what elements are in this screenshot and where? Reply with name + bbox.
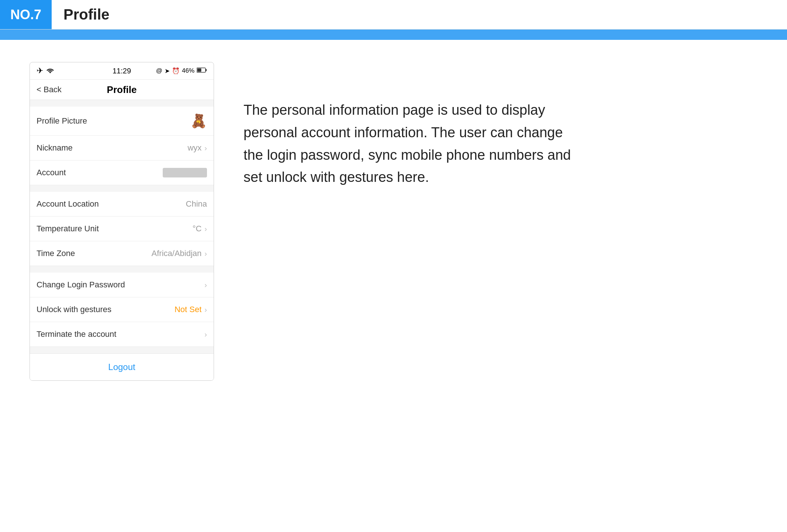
status-right: @ ➤ ⏰ 46% <box>156 67 207 75</box>
page-title: Profile <box>52 6 109 23</box>
section-divider-1 <box>30 100 214 107</box>
list-item[interactable]: Account 8xxxxxxxxx <box>30 160 214 185</box>
account-value: 8xxxxxxxxx <box>163 168 207 177</box>
chevron-right-icon: › <box>204 330 207 339</box>
battery-icon <box>197 67 207 75</box>
phone-mockup: ✈ 11:29 @ ➤ ⏰ 46% < Back Profile <box>30 62 214 381</box>
unlock-gestures-label: Unlock with gestures <box>37 305 111 314</box>
terminate-account-label: Terminate the account <box>37 329 116 339</box>
change-password-label: Change Login Password <box>37 280 125 290</box>
page-header: NO.7 Profile <box>0 0 787 30</box>
account-location-value: China <box>186 199 207 209</box>
list-item[interactable]: Terminate the account › <box>30 322 214 347</box>
chevron-right-icon: › <box>204 305 207 314</box>
temperature-unit-label: Temperature Unit <box>37 224 99 234</box>
list-item[interactable]: Profile Picture 🧸 <box>30 107 214 136</box>
badge: NO.7 <box>0 0 52 29</box>
section-divider-3 <box>30 266 214 273</box>
chevron-right-icon: › <box>204 225 207 233</box>
svg-rect-1 <box>206 69 207 71</box>
chevron-right-icon: › <box>204 281 207 289</box>
chevron-right-icon: › <box>204 249 207 258</box>
account-location-label: Account Location <box>37 199 99 209</box>
back-button[interactable]: < Back <box>37 85 62 94</box>
unlock-gestures-value: Not Set › <box>175 305 207 314</box>
wifi-icon <box>46 66 54 76</box>
nav-title: Profile <box>107 84 137 96</box>
list-item[interactable]: Unlock with gestures Not Set › <box>30 297 214 322</box>
logout-button[interactable]: Logout <box>30 353 214 380</box>
change-password-chevron: › <box>204 281 207 289</box>
battery-pct: 46% <box>182 67 194 75</box>
airplane-icon: ✈ <box>37 66 43 76</box>
status-bar: ✈ 11:29 @ ➤ ⏰ 46% <box>30 62 214 80</box>
list-item[interactable]: Temperature Unit °C › <box>30 217 214 241</box>
terminate-account-chevron: › <box>204 330 207 339</box>
list-item[interactable]: Account Location China <box>30 192 214 217</box>
svg-rect-2 <box>197 68 201 72</box>
nickname-label: Nickname <box>37 143 73 153</box>
chevron-right-icon: › <box>204 144 207 152</box>
time-zone-label: Time Zone <box>37 249 75 258</box>
location-arrow-icon: ➤ <box>165 67 170 75</box>
account-label: Account <box>37 168 66 177</box>
nav-bar: < Back Profile <box>30 80 214 100</box>
accent-bar <box>0 30 787 40</box>
main-content: ✈ 11:29 @ ➤ ⏰ 46% < Back Profile <box>0 40 787 403</box>
status-left: ✈ <box>37 66 54 76</box>
profile-picture-label: Profile Picture <box>37 116 87 126</box>
nickname-value: wyx › <box>187 143 207 153</box>
description-text: The personal information page is used to… <box>244 99 576 189</box>
description-panel: The personal information page is used to… <box>244 62 757 381</box>
alarm-icon: ⏰ <box>172 67 180 75</box>
account-number-blurred: 8xxxxxxxxx <box>163 168 207 177</box>
temperature-unit-value: °C › <box>193 224 207 234</box>
list-item[interactable]: Nickname wyx › <box>30 136 214 160</box>
status-time: 11:29 <box>113 67 131 75</box>
list-item[interactable]: Change Login Password › <box>30 273 214 297</box>
avatar: 🧸 <box>190 113 207 129</box>
list-item[interactable]: Time Zone Africa/Abidjan › <box>30 241 214 266</box>
at-icon: @ <box>156 67 162 75</box>
section-divider-2 <box>30 185 214 192</box>
section-divider-4 <box>30 347 214 353</box>
time-zone-value: Africa/Abidjan › <box>152 249 207 258</box>
